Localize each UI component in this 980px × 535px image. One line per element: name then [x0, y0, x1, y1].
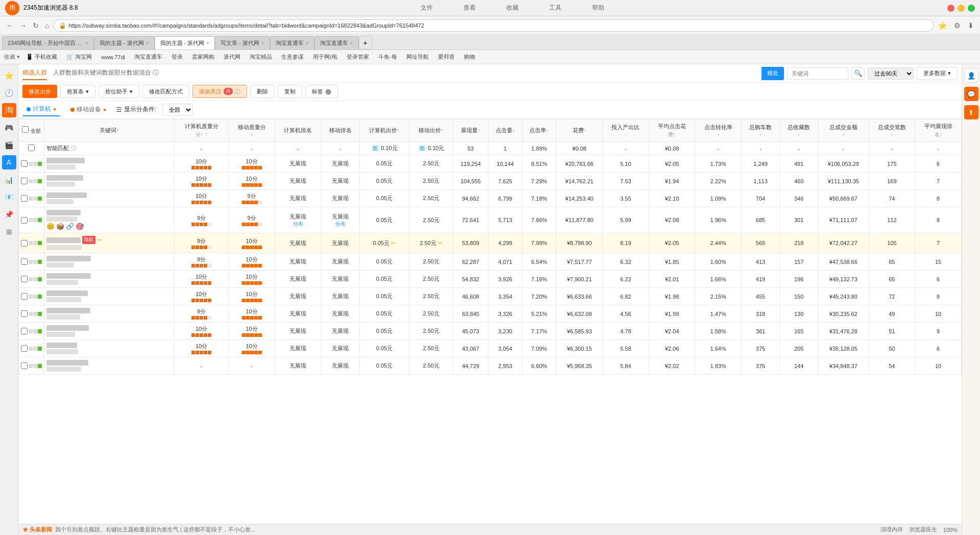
chat-button[interactable]: 💬 — [964, 87, 978, 101]
maximize-button[interactable] — [968, 5, 975, 12]
mobile-bid-sort[interactable]: ↑ — [441, 128, 444, 133]
view-horizontal[interactable]: 横批 — [762, 67, 784, 80]
th-select[interactable]: 全部 — [19, 119, 44, 142]
row-11-check[interactable] — [19, 357, 44, 375]
keyword-search-input[interactable] — [787, 67, 848, 80]
th-impressions[interactable]: 展现量↑ — [453, 119, 488, 142]
ctr-sort[interactable]: ↑ — [546, 128, 549, 133]
bookmark-9[interactable]: 生意参谋 — [278, 52, 307, 62]
forward-button[interactable]: → — [17, 19, 29, 32]
bookmark-5[interactable]: 登录 — [168, 52, 186, 62]
minimize-button[interactable] — [958, 5, 965, 12]
download-button[interactable]: ⬇ — [966, 19, 976, 32]
mobile-quality-sort[interactable]: ↑ — [251, 132, 253, 138]
cvr-sort[interactable]: ↑ — [717, 132, 720, 138]
delete-button[interactable]: 删除 — [250, 85, 275, 98]
sidebar-icon-2[interactable]: 🕐 — [2, 86, 16, 100]
sidebar-icon-1[interactable]: ⭐ — [2, 68, 16, 83]
spend-sort[interactable]: ↑ — [584, 128, 586, 133]
tab-2-close[interactable]: × — [146, 40, 149, 46]
bookmark-10[interactable]: 用于网(电 — [310, 52, 340, 62]
avg-cpc-sort[interactable]: ↑ — [673, 132, 676, 137]
tab-6[interactable]: 淘宝直通车 × — [314, 36, 359, 50]
th-keyword[interactable]: 关键词↑ — [44, 119, 175, 142]
row-4-check[interactable] — [19, 233, 44, 253]
more-data-button[interactable]: 更多数据 ▾ — [917, 67, 958, 80]
tab-1[interactable]: 2345网址导航 - 开始中国百生活 × — [2, 36, 94, 50]
keyword-sort-icon[interactable]: ↑ — [116, 128, 119, 133]
menu-help[interactable]: 帮助 — [592, 4, 604, 12]
sidebar-icon-9[interactable]: 📌 — [2, 207, 16, 222]
home-button[interactable]: ⌂ — [43, 19, 51, 32]
bookmark-2[interactable]: 🛒 淘宝网 — [63, 52, 95, 62]
bookmark-12[interactable]: 斗鱼-每 — [375, 52, 400, 62]
row-9-check[interactable] — [19, 323, 44, 340]
menu-tools[interactable]: 工具 — [549, 4, 561, 12]
tab-1-close[interactable]: × — [85, 40, 88, 46]
bookmark-14[interactable]: 爱邦音 — [435, 52, 458, 62]
th-collect[interactable]: 总收藏数 ↑ — [780, 119, 818, 142]
sidebar-icon-4[interactable]: 🎮 — [2, 120, 16, 135]
tag-button[interactable]: 标签 ⬤ — [305, 85, 338, 98]
bookmark-6[interactable]: 卖家网购 — [189, 52, 217, 62]
menu-collect[interactable]: 收藏 — [506, 4, 519, 12]
row-7-check[interactable] — [19, 288, 44, 305]
url-bar[interactable]: 🔒 https://subway.simba.taobao.com/#!/cam… — [53, 19, 934, 32]
date-filter-select[interactable]: 过去90天 — [868, 67, 914, 80]
close-button[interactable] — [947, 5, 954, 12]
grab-position-button[interactable]: 抢位助手 ▾ — [99, 85, 139, 98]
crowd-tab-2[interactable]: 人群数据和关键词数据部分数据混合 ⓘ — [53, 66, 159, 80]
sidebar-icon-10[interactable]: ⊞ — [2, 225, 16, 239]
copy-button[interactable]: 复制 — [278, 85, 302, 98]
tab-4-close[interactable]: × — [261, 40, 264, 46]
clicks-sort[interactable]: ↓ — [512, 128, 515, 133]
bookmark-8[interactable]: 淘宝精品 — [247, 52, 275, 62]
tab-3[interactable]: 我的主题 - 派代网 × — [155, 36, 215, 50]
modify-match-button[interactable]: 修改匹配方式 — [142, 85, 189, 98]
tab-5[interactable]: 淘宝直通车 × — [270, 36, 314, 50]
grab-order-button[interactable]: 抢算条 ▾ — [60, 85, 95, 98]
orders-sort[interactable]: ↑ — [891, 132, 893, 138]
bookmark-3[interactable]: www.77di — [98, 53, 128, 61]
sidebar-icon-5[interactable]: 🎬 — [2, 138, 16, 152]
avg-pos-sort[interactable]: ↑ — [624, 132, 627, 138]
bookmark-13[interactable]: 网址导航 — [403, 52, 432, 62]
bookmark-4[interactable]: 淘宝直通车 — [131, 52, 165, 62]
row-10-check[interactable] — [19, 340, 44, 357]
star-button[interactable]: ⭐ — [936, 19, 949, 32]
avg-rank-sort[interactable]: ↑ — [940, 132, 942, 137]
row-5-check[interactable] — [19, 253, 44, 271]
table-container[interactable]: 全部 关键词↑ 计算机质量分 分↑ ↑ — [18, 119, 962, 524]
back-button[interactable]: ← — [4, 19, 15, 32]
tab-3-close[interactable]: × — [206, 40, 209, 46]
th-clicks[interactable]: 点击量↓ — [488, 119, 523, 142]
th-ctr[interactable]: 点击率↑ — [522, 119, 556, 142]
select-all-checkbox[interactable] — [22, 126, 29, 133]
bookmark-1[interactable]: 📱 手机收藏 — [23, 52, 60, 62]
pc-quality-sort2[interactable]: ↑ — [205, 131, 208, 137]
sales-sort[interactable]: ↑ — [842, 132, 845, 138]
scroll-top-button[interactable]: ⬆ — [964, 105, 978, 119]
device-tab-mobile[interactable]: 移动设备 ● — [66, 103, 110, 116]
row-3-check[interactable] — [19, 207, 44, 233]
add-attention-button[interactable]: 添加关注 共 ⓘ — [192, 85, 247, 98]
browser-doctor[interactable]: 浏览器医生 — [909, 526, 937, 533]
clean-memory[interactable]: 清理内存 — [880, 526, 903, 533]
tab-6-close[interactable]: × — [350, 40, 353, 46]
bookmark-11[interactable]: 登录管家 — [344, 52, 372, 62]
settings-icon[interactable]: ⚙ — [952, 19, 963, 32]
modify-bid-button[interactable]: 修改出价 — [22, 85, 57, 98]
menu-file[interactable]: 文件 — [421, 4, 433, 12]
sidebar-icon-6[interactable]: A — [2, 155, 16, 169]
cart-sort[interactable]: ↑ — [760, 132, 762, 138]
th-mobile-quality[interactable]: 移动质量分 ↑ — [229, 119, 275, 142]
row-1-check[interactable] — [19, 173, 44, 190]
bookmark-15[interactable]: 购物 — [461, 52, 478, 62]
tab-2[interactable]: 我的主题 - 派代网 × — [94, 36, 155, 50]
search-button[interactable]: 🔍 — [851, 67, 865, 80]
row-2-check[interactable] — [19, 190, 44, 207]
th-spend[interactable]: 花费↑ — [556, 119, 603, 142]
row-0-check[interactable] — [19, 155, 44, 173]
pc-bid-sort[interactable]: ↑ — [397, 128, 400, 133]
smart-match-check[interactable] — [19, 142, 44, 155]
